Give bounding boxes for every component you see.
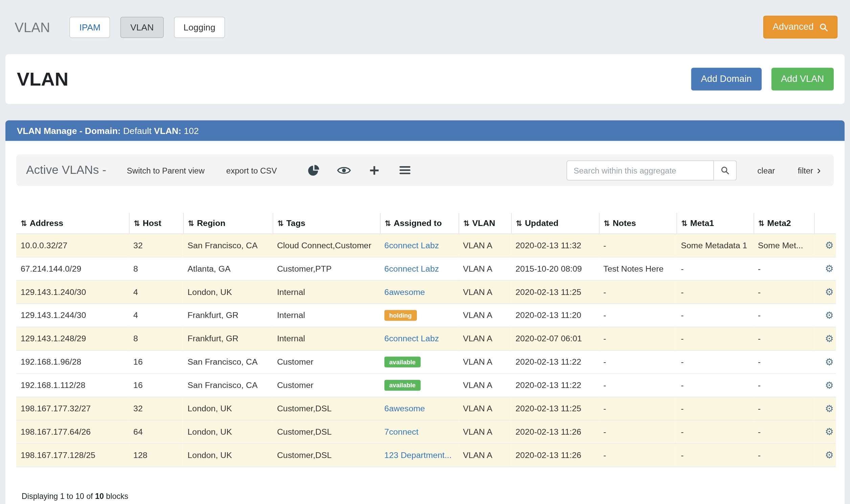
cell-address: 67.214.144.0/29 bbox=[16, 257, 129, 281]
column-header-vlan[interactable]: ⇅VLAN bbox=[459, 213, 511, 234]
add-domain-button[interactable]: Add Domain bbox=[691, 68, 762, 90]
tab-vlan[interactable]: VLAN bbox=[121, 17, 163, 38]
cell-meta1: - bbox=[676, 420, 753, 444]
cell-region: Frankfurt, GR bbox=[183, 327, 272, 350]
cell-region: Frankfurt, GR bbox=[183, 304, 272, 327]
gear-icon[interactable]: ⚙ bbox=[825, 380, 834, 391]
pagination-info: Displaying 1 to 10 of 10 blocks bbox=[22, 492, 834, 501]
cell-meta2: Some Met... bbox=[754, 234, 814, 257]
column-label: Updated bbox=[525, 218, 558, 228]
search-submit-button[interactable] bbox=[714, 160, 737, 180]
assigned-link[interactable]: 123 Department... bbox=[384, 450, 452, 460]
eye-icon[interactable] bbox=[332, 159, 357, 181]
vlan-table: ⇅Address ⇅Host ⇅Region ⇅Tags ⇅Assigned t… bbox=[16, 213, 836, 467]
assigned-link[interactable]: 6connect Labz bbox=[384, 334, 439, 343]
cell-updated: 2020-02-13 11:26 bbox=[511, 420, 599, 444]
cell-host: 8 bbox=[129, 257, 183, 281]
filter-label: filter bbox=[798, 165, 813, 175]
cell-actions: ⚙ bbox=[814, 374, 836, 397]
gear-icon[interactable]: ⚙ bbox=[825, 310, 834, 321]
gear-icon[interactable]: ⚙ bbox=[825, 264, 834, 274]
column-header-address[interactable]: ⇅Address bbox=[16, 213, 129, 234]
cell-meta1: - bbox=[676, 327, 753, 350]
sort-icon: ⇅ bbox=[516, 219, 522, 228]
list-icon[interactable] bbox=[392, 159, 417, 181]
column-header-meta1[interactable]: ⇅Meta1 bbox=[676, 213, 753, 234]
cell-assigned: 6awesome bbox=[380, 397, 459, 420]
table-row: 192.168.1.112/28 16 San Francisco, CA Cu… bbox=[16, 374, 836, 397]
advanced-search-button[interactable]: Advanced bbox=[763, 16, 837, 38]
cell-address: 129.143.1.240/30 bbox=[16, 281, 129, 304]
cell-actions: ⚙ bbox=[814, 327, 836, 350]
assigned-link[interactable]: 6awesome bbox=[384, 287, 425, 296]
cell-updated: 2020-02-07 06:01 bbox=[511, 327, 599, 350]
cell-meta1: - bbox=[676, 397, 753, 420]
cell-vlan: VLAN A bbox=[459, 281, 511, 304]
cell-address: 198.167.177.32/27 bbox=[16, 397, 129, 420]
assigned-link[interactable]: 7connect bbox=[384, 427, 419, 436]
cell-assigned: available bbox=[380, 374, 459, 397]
pagination-prefix: Displaying 1 to 10 of bbox=[22, 492, 93, 501]
column-header-updated[interactable]: ⇅Updated bbox=[511, 213, 599, 234]
assigned-link[interactable]: 6connect Labz bbox=[384, 264, 439, 273]
sort-icon: ⇅ bbox=[188, 219, 194, 228]
column-label: Notes bbox=[613, 218, 636, 228]
cell-meta2: - bbox=[754, 350, 814, 374]
table-row: 67.214.144.0/29 8 Atlanta, GA Customer,P… bbox=[16, 257, 836, 281]
gear-icon[interactable]: ⚙ bbox=[825, 403, 834, 414]
column-header-region[interactable]: ⇅Region bbox=[183, 213, 272, 234]
gear-icon[interactable]: ⚙ bbox=[825, 287, 834, 297]
cell-assigned: available bbox=[380, 350, 459, 374]
switch-parent-view-link[interactable]: Switch to Parent view bbox=[127, 165, 205, 175]
cell-meta1: Some Metadata 1 bbox=[676, 234, 753, 257]
column-header-assigned-to[interactable]: ⇅Assigned to bbox=[380, 213, 459, 234]
cell-meta1: - bbox=[676, 281, 753, 304]
tab-logging[interactable]: Logging bbox=[174, 17, 225, 38]
search-icon bbox=[721, 165, 729, 175]
cell-tags: Customer bbox=[273, 374, 380, 397]
table-row: 198.167.177.32/27 32 London, UK Customer… bbox=[16, 397, 836, 420]
plus-icon[interactable] bbox=[362, 159, 387, 181]
top-navbar: VLAN IPAM VLAN Logging Advanced bbox=[0, 0, 850, 54]
cell-assigned: holding bbox=[380, 304, 459, 327]
cell-tags: Internal bbox=[273, 304, 380, 327]
assigned-link[interactable]: 6awesome bbox=[384, 404, 425, 413]
column-header-meta2[interactable]: ⇅Meta2 bbox=[754, 213, 814, 234]
cell-actions: ⚙ bbox=[814, 257, 836, 281]
table-header-row: ⇅Address ⇅Host ⇅Region ⇅Tags ⇅Assigned t… bbox=[16, 213, 836, 234]
gear-icon[interactable]: ⚙ bbox=[825, 450, 834, 461]
pie-chart-icon[interactable] bbox=[301, 159, 326, 181]
cell-address: 198.167.177.128/25 bbox=[16, 444, 129, 467]
column-header-host[interactable]: ⇅Host bbox=[129, 213, 183, 234]
filter-link[interactable]: filter › bbox=[798, 165, 821, 175]
gear-icon[interactable]: ⚙ bbox=[825, 240, 834, 251]
cell-host: 16 bbox=[129, 350, 183, 374]
cell-host: 4 bbox=[129, 281, 183, 304]
cell-meta1: - bbox=[676, 444, 753, 467]
cell-notes: - bbox=[599, 304, 676, 327]
export-csv-link[interactable]: export to CSV bbox=[226, 165, 277, 175]
gear-icon[interactable]: ⚙ bbox=[825, 427, 834, 437]
clear-link[interactable]: clear bbox=[757, 165, 775, 175]
cell-tags: Customer bbox=[273, 350, 380, 374]
assigned-link[interactable]: 6connect Labz bbox=[384, 240, 439, 250]
gear-icon[interactable]: ⚙ bbox=[825, 357, 834, 367]
column-header-tags[interactable]: ⇅Tags bbox=[273, 213, 380, 234]
cell-region: Atlanta, GA bbox=[183, 257, 272, 281]
tab-ipam[interactable]: IPAM bbox=[70, 17, 110, 38]
gear-icon[interactable]: ⚙ bbox=[825, 333, 834, 344]
search-input[interactable] bbox=[566, 160, 714, 180]
cell-assigned: 6connect Labz bbox=[380, 257, 459, 281]
column-header-notes[interactable]: ⇅Notes bbox=[599, 213, 676, 234]
cell-region: London, UK bbox=[183, 420, 272, 444]
cell-notes: - bbox=[599, 444, 676, 467]
cell-actions: ⚙ bbox=[814, 420, 836, 444]
panel-title-bold-2: VLAN: bbox=[154, 126, 181, 135]
cell-assigned: 7connect bbox=[380, 420, 459, 444]
cell-host: 128 bbox=[129, 444, 183, 467]
available-badge: available bbox=[384, 380, 421, 391]
cell-meta2: - bbox=[754, 374, 814, 397]
cell-vlan: VLAN A bbox=[459, 420, 511, 444]
add-vlan-button[interactable]: Add VLAN bbox=[771, 68, 834, 90]
aggregate-search-group bbox=[566, 160, 737, 180]
